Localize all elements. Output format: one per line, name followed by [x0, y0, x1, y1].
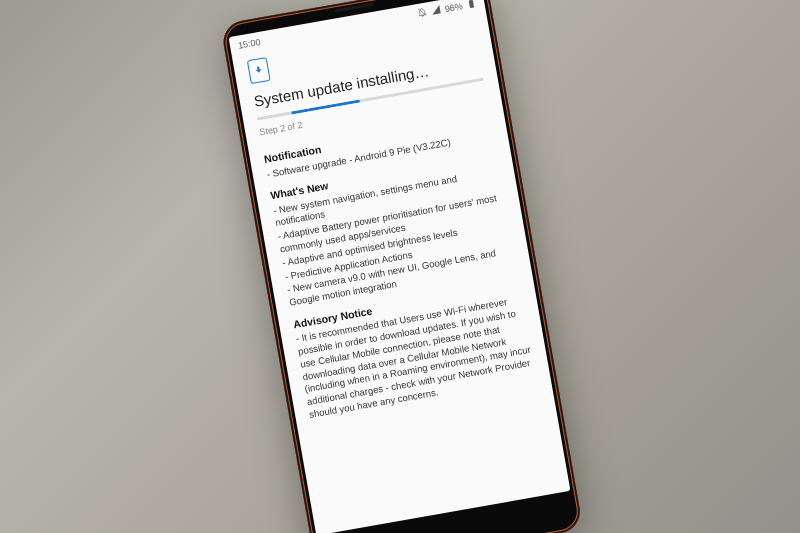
screen: 15:00 96% Syste	[229, 0, 571, 533]
dnd-icon	[416, 6, 428, 20]
status-time: 15:00	[237, 36, 261, 50]
update-content: System update installing… Step 2 of 2 No…	[232, 12, 570, 533]
phone-frame: NOKIA 15:00 96%	[220, 0, 583, 533]
system-update-icon	[247, 56, 271, 83]
battery-pct: 96%	[444, 1, 463, 14]
battery-icon	[466, 0, 478, 11]
signal-icon	[430, 4, 442, 18]
earpiece	[334, 2, 374, 12]
